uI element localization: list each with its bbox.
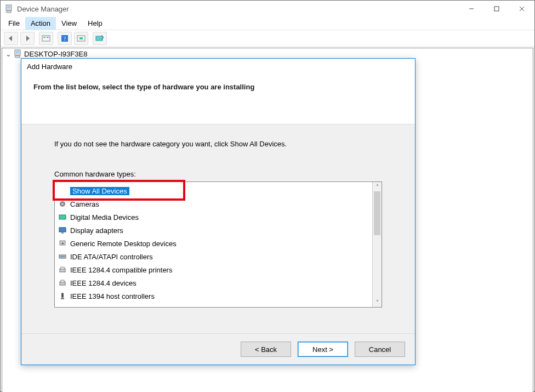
ide-controller-icon (58, 252, 67, 261)
list-item[interactable]: Digital Media Devices (55, 211, 372, 224)
svg-text:?: ? (64, 36, 66, 42)
window-title: Device Manager (17, 5, 459, 13)
device-manager-window: Device Manager File Action View Help ? (0, 0, 535, 392)
list-item[interactable]: IEEE 1394 host controllers (55, 289, 372, 303)
listbox-inner: Show All Devices Cameras Digital Media D… (55, 182, 372, 307)
maximize-button[interactable] (484, 1, 509, 17)
list-item[interactable]: Generic Remote Desktop devices (55, 237, 372, 250)
dialog-heading: From the list below, select the type of … (33, 83, 403, 91)
svg-rect-21 (59, 228, 66, 232)
scan-hardware-icon[interactable] (74, 32, 88, 45)
scroll-down-icon[interactable]: ˅ (373, 298, 382, 307)
camera-icon (58, 200, 67, 208)
workspace: ⌄ DESKTOP-I93F3E8 Add Hardware From the … (1, 47, 534, 391)
svg-rect-8 (43, 37, 45, 38)
cancel-button[interactable]: Cancel (355, 342, 405, 357)
scroll-up-icon[interactable]: ˄ (373, 182, 382, 191)
titlebar[interactable]: Device Manager (1, 1, 534, 17)
svg-rect-17 (15, 56, 20, 58)
display-adapter-icon (58, 226, 67, 235)
show-hidden-icon[interactable] (39, 32, 53, 45)
svg-point-19 (61, 203, 64, 205)
dialog-footer: < Back Next > Cancel (21, 333, 415, 365)
remote-desktop-icon (58, 239, 67, 248)
menu-file[interactable]: File (3, 17, 25, 30)
add-legacy-hardware-icon[interactable] (93, 32, 107, 45)
help-icon[interactable]: ? (58, 32, 72, 45)
svg-rect-30 (61, 293, 64, 298)
minimize-button[interactable] (459, 1, 484, 17)
list-item[interactable]: IDE ATA/ATAPI controllers (55, 250, 372, 263)
back-icon[interactable] (4, 32, 18, 45)
listbox-scrollbar[interactable]: ˄ ˅ (372, 182, 382, 307)
dialog-info-text: If you do not see the hardware category … (54, 140, 382, 148)
computer-icon (13, 49, 22, 58)
all-devices-icon (58, 186, 67, 195)
dialog-title: Add Hardware (21, 59, 415, 75)
svg-rect-1 (7, 6, 10, 8)
printer-icon (58, 265, 67, 274)
tree-root-row[interactable]: ⌄ DESKTOP-I93F3E8 (2, 48, 533, 59)
chevron-down-icon[interactable]: ⌄ (5, 50, 11, 58)
dialog-header: From the list below, select the type of … (21, 75, 415, 124)
svg-rect-13 (79, 37, 83, 39)
list-item[interactable]: Show All Devices (55, 184, 372, 197)
list-item[interactable]: IEEE 1284.4 compatible printers (55, 263, 372, 276)
svg-rect-22 (61, 232, 64, 234)
list-item[interactable]: Cameras (55, 197, 372, 211)
svg-rect-9 (47, 37, 49, 38)
svg-rect-16 (16, 51, 19, 53)
scroll-thumb[interactable] (374, 191, 380, 235)
close-button[interactable] (509, 1, 534, 17)
digital-media-icon (58, 213, 67, 221)
svg-rect-4 (494, 7, 499, 11)
svg-rect-31 (61, 298, 64, 299)
ieee1394-icon (58, 292, 67, 300)
svg-rect-14 (96, 36, 103, 41)
app-icon (4, 4, 14, 14)
next-button[interactable]: Next > (298, 342, 348, 357)
hardware-types-listbox[interactable]: Show All Devices Cameras Digital Media D… (54, 181, 382, 308)
menu-action[interactable]: Action (25, 17, 56, 30)
svg-rect-27 (61, 267, 64, 269)
svg-rect-2 (7, 11, 11, 13)
forward-icon[interactable] (20, 32, 35, 45)
add-hardware-dialog: Add Hardware From the list below, select… (21, 58, 416, 365)
svg-rect-7 (42, 36, 50, 41)
scroll-track[interactable] (373, 191, 382, 298)
menubar: File Action View Help (1, 17, 534, 30)
svg-rect-20 (59, 215, 66, 219)
svg-rect-29 (61, 280, 64, 282)
svg-rect-25 (60, 256, 65, 257)
toolbar: ? (1, 30, 534, 47)
list-item[interactable]: IEEE 1284.4 devices (55, 276, 372, 289)
menu-view[interactable]: View (56, 17, 82, 30)
device-tree-panel[interactable]: ⌄ DESKTOP-I93F3E8 Add Hardware From the … (2, 48, 533, 392)
list-item[interactable]: Display adapters (55, 224, 372, 237)
dialog-body: If you do not see the hardware category … (21, 124, 415, 333)
ieee1284-device-icon (58, 279, 67, 287)
list-label: Common hardware types: (54, 170, 382, 178)
tree-root-label: DESKTOP-I93F3E8 (24, 50, 87, 58)
menu-help[interactable]: Help (82, 17, 108, 30)
back-button[interactable]: < Back (241, 342, 291, 357)
